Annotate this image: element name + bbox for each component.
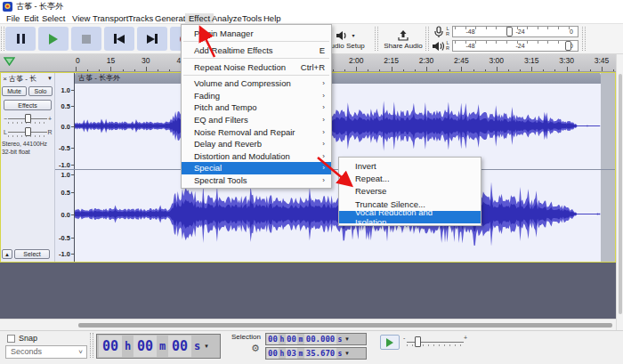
meter-scale-label: -48 <box>466 43 475 49</box>
menu-item-plugin-manager[interactable]: Plugin Manager <box>182 27 331 39</box>
stop-icon <box>82 35 91 44</box>
menubar-item-select[interactable]: Select <box>38 13 69 23</box>
select-track-button[interactable]: Select <box>14 249 50 259</box>
stop-button[interactable] <box>71 27 101 51</box>
menu-separator <box>183 75 329 76</box>
play-at-speed-button[interactable] <box>380 335 400 350</box>
time-minutes-unit: m <box>157 340 168 352</box>
gear-icon[interactable]: ⚙ <box>251 343 260 354</box>
playhead-pin-icon[interactable] <box>4 57 15 66</box>
play-button[interactable] <box>38 27 69 51</box>
snap-toggle[interactable]: Snap <box>7 334 37 343</box>
time-seconds[interactable]: 00 <box>168 336 191 357</box>
gain-slider[interactable]: − + <box>3 113 53 125</box>
pause-icon <box>17 34 25 44</box>
meter-scale-label: -24 <box>516 43 525 49</box>
share-audio-button[interactable]: Share Audio <box>378 26 428 53</box>
selection-end-display[interactable]: 00 h 03 m 35.670 s ▼ <box>265 347 367 360</box>
gain-slider-handle[interactable] <box>25 114 31 123</box>
track-close-button[interactable]: × <box>1 75 9 83</box>
time-seconds-unit: s <box>191 340 203 352</box>
menu-item-pitch-and-tempo[interactable]: Pitch and Tempo› <box>182 101 331 114</box>
record-meter[interactable]: -48 -24 0 <box>452 26 578 37</box>
snap-checkbox[interactable] <box>7 335 15 343</box>
playback-speed-slider[interactable]: - + <box>403 335 467 350</box>
pause-button[interactable] <box>5 27 36 51</box>
selection-start-display[interactable]: 00 h 00 m 00.000 s ▼ <box>265 333 367 345</box>
menubar-item-help[interactable]: Help <box>260 13 285 23</box>
menu-item-distortion-and-modulation[interactable]: Distortion and Modulation› <box>182 150 331 163</box>
track-menu-button[interactable]: ▼ <box>47 76 54 81</box>
effects-button[interactable]: Effects <box>4 100 52 110</box>
skip-to-end-button[interactable] <box>137 27 167 51</box>
submenu-arrow-icon: › <box>318 176 325 184</box>
speed-minus-label: - <box>403 335 405 341</box>
timeline-label: 2:15 <box>384 56 399 65</box>
empty-track-space[interactable] <box>0 263 616 319</box>
chevron-down-icon[interactable]: ▼ <box>344 351 350 356</box>
menu-item-add-realtime-effects[interactable]: Add Realtime EffectsE <box>182 44 331 56</box>
pan-slider-handle[interactable] <box>25 127 31 136</box>
submenu-arrow-icon: › <box>318 140 325 148</box>
menu-item-delay-and-reverb[interactable]: Delay and Reverb› <box>182 138 331 150</box>
menu-item-spectral-tools[interactable]: Spectral Tools› <box>182 174 331 187</box>
track-header: × 古筝 - 长 ▼ <box>1 73 54 84</box>
channel-separator[interactable] <box>55 169 615 170</box>
share-audio-label: Share Audio <box>384 42 423 50</box>
chevron-down-icon[interactable]: ▼ <box>344 336 350 342</box>
toolbar-grip[interactable] <box>582 27 586 51</box>
track-name[interactable]: 古筝 - 长 <box>9 74 47 84</box>
menu-item-special[interactable]: Special› <box>182 162 331 174</box>
vertical-scrollbar[interactable] <box>616 54 623 330</box>
menu-item-noise-removal-and-repair[interactable]: Noise Removal and Repair› <box>182 125 331 138</box>
play-icon <box>386 338 393 347</box>
vertical-scrollbar-thumb[interactable] <box>619 74 622 314</box>
menu-item-repeat-noise-reduction[interactable]: Repeat Noise ReductionCtrl+R <box>182 61 331 73</box>
horizontal-scrollbar[interactable] <box>0 319 616 330</box>
playback-volume-slider[interactable] <box>565 41 571 51</box>
vruler-label: -1.0 <box>59 250 70 258</box>
pan-slider[interactable]: L R <box>3 126 53 138</box>
chevron-down-icon[interactable]: ▼ <box>204 344 209 349</box>
menu-item-eq-and-filters[interactable]: EQ and Filters› <box>182 114 331 126</box>
skip-to-start-button[interactable] <box>104 27 134 51</box>
toolbar-grip[interactable] <box>425 27 429 51</box>
menu-item-volume-and-compression[interactable]: Volume and Compression› <box>182 77 331 90</box>
mute-button[interactable]: Mute <box>2 86 27 96</box>
speed-slider-handle[interactable] <box>415 336 421 347</box>
vruler-label: 1.0 <box>61 171 70 179</box>
menubar: File Edit Select View Transport Tracks G… <box>0 13 623 24</box>
vruler-label: -0.5 <box>59 234 70 242</box>
play-icon <box>49 34 58 44</box>
timeline-label: 0 <box>76 56 80 65</box>
time-hours[interactable]: 00 <box>99 336 122 357</box>
collapse-track-button[interactable]: ▲ <box>2 249 12 259</box>
timeline-label: 3:15 <box>524 56 539 65</box>
submenu-arrow-icon: › <box>318 103 325 111</box>
snap-mode-select[interactable]: Seconds ˅ <box>5 345 87 359</box>
submenu-item-vocal-reduction-and-isolation[interactable]: Vocal Reduction and Isolation... <box>339 211 481 223</box>
skip-start-icon <box>114 34 125 44</box>
submenu-item-invert[interactable]: Invert <box>339 159 481 172</box>
playback-meter[interactable]: -48 -24 0 <box>452 40 578 52</box>
record-volume-slider[interactable] <box>506 27 513 36</box>
menu-item-fading[interactable]: Fading› <box>182 90 331 102</box>
solo-button[interactable]: Solo <box>28 86 53 96</box>
horizontal-scrollbar-thumb[interactable] <box>78 323 612 328</box>
timeline-label: 15 <box>107 56 115 65</box>
chevron-down-icon: ˅ <box>78 346 83 358</box>
clip-header[interactable]: 古筝 - 长亭外 <box>75 72 601 84</box>
time-minutes[interactable]: 00 <box>134 336 157 357</box>
vruler-label: 1.0 <box>61 86 70 94</box>
toolbar-grip[interactable] <box>1 27 4 51</box>
vertical-ruler[interactable]: 1.0 0.5 0.0 -0.5 -1.0 1.0 0.5 0.0 -0.5 -… <box>55 72 75 263</box>
vruler-label: -1.0 <box>59 161 70 169</box>
upload-icon <box>397 29 409 42</box>
track-empty-region[interactable] <box>601 72 615 262</box>
audio-position-display[interactable]: 00 h 00 m 00 s ▼ <box>96 334 221 359</box>
submenu-arrow-icon: › <box>318 164 325 172</box>
submenu-item-reverse[interactable]: Reverse <box>339 185 481 198</box>
toolbar-grip[interactable] <box>90 333 93 358</box>
track-format-info: Stereo, 44100Hz <box>2 141 47 147</box>
submenu-item-repeat[interactable]: Repeat... <box>339 172 481 184</box>
